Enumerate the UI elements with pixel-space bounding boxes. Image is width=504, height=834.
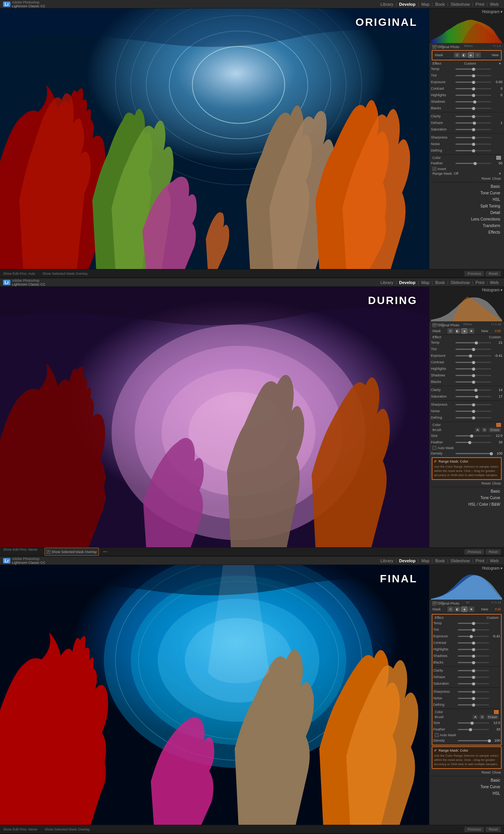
nav-web-d[interactable]: Web (488, 280, 501, 285)
highlights-slider[interactable] (456, 95, 491, 96)
noise-slider[interactable] (456, 144, 491, 145)
previous-btn-f[interactable]: Previous (464, 827, 484, 832)
high-sldr-d[interactable] (456, 368, 491, 369)
previous-btn-orig[interactable]: Previous (464, 271, 484, 276)
shad-sldr-d[interactable] (456, 375, 491, 376)
nav-print[interactable]: Print (473, 2, 487, 7)
module-hsl-d[interactable]: HSL / Color / B&W (431, 501, 502, 508)
module-hsl[interactable]: HSL (431, 196, 502, 203)
nav-slideshow[interactable]: Slideshow (448, 2, 472, 7)
mask-star-f[interactable]: ★ (468, 607, 474, 612)
module-tone-curve[interactable]: Tone Curve (431, 190, 502, 196)
shadows-slider[interactable] (456, 101, 491, 102)
invert-checkbox[interactable]: ✓ (432, 167, 436, 171)
density-sldr-d[interactable] (456, 453, 491, 454)
mask-star-d[interactable]: ★ (468, 328, 474, 334)
previous-btn-d[interactable]: Previous (464, 549, 484, 555)
noise-sldr-f[interactable] (458, 698, 489, 699)
clar-sldr-d[interactable] (456, 389, 491, 391)
temp-sldr-f[interactable] (458, 623, 489, 624)
nav-map-f[interactable]: Map (419, 558, 432, 563)
nav-slideshow-d[interactable]: Slideshow (448, 280, 472, 285)
blk-sldr-d[interactable] (456, 381, 491, 383)
size-sldr-f[interactable] (458, 722, 489, 724)
sat-sldr-d[interactable] (456, 396, 491, 397)
mask-grad-d[interactable]: ◐ (454, 328, 461, 334)
size-sldr-d[interactable] (456, 435, 491, 436)
brush-b-btn[interactable]: B (482, 428, 487, 432)
tint-slider[interactable] (456, 75, 491, 76)
module-basic-d[interactable]: Basic (431, 488, 502, 495)
mask-circle-d[interactable]: ⊙ (447, 328, 454, 334)
blk-sldr-f[interactable] (458, 662, 489, 663)
automask-cb-f[interactable] (435, 733, 439, 737)
mask-col-d[interactable]: ◈ (461, 328, 467, 334)
clarity-slider[interactable] (456, 116, 491, 117)
blacks-slider[interactable] (456, 108, 491, 109)
close-btn-d[interactable]: Close (492, 481, 501, 485)
dehaze-sldr-f[interactable] (458, 677, 489, 678)
cont-sldr-d[interactable] (456, 362, 491, 363)
high-sldr-f[interactable] (458, 649, 489, 650)
nav-library[interactable]: Library (378, 2, 396, 7)
brush-a-btn[interactable]: A (475, 428, 480, 432)
density-sldr-f[interactable] (458, 740, 489, 741)
panel-controls-final[interactable]: ✓ Original Photo Mask ⊙ ◐ ◈ ★ New Edit (429, 600, 504, 825)
nav-library-f[interactable]: Library (378, 558, 396, 563)
color-swatch[interactable] (496, 156, 501, 160)
brush-a-f[interactable]: A (472, 715, 478, 719)
sat-sldr-f[interactable] (458, 683, 489, 684)
shad-sldr-f[interactable] (458, 655, 489, 657)
nav-web-f[interactable]: Web (488, 558, 501, 563)
nav-slideshow-f[interactable]: Slideshow (448, 558, 472, 563)
brush-erase-f[interactable]: Erase (486, 715, 499, 719)
module-detail[interactable]: Detail (431, 209, 502, 216)
cont-sldr-f[interactable] (458, 642, 489, 643)
module-transform[interactable]: Transform (431, 222, 502, 229)
close-btn[interactable]: Close (492, 177, 501, 181)
module-basic-f[interactable]: Basic (431, 777, 502, 784)
module-lens[interactable]: Lens Corrections (431, 216, 502, 222)
nav-book-d[interactable]: Book (433, 280, 447, 285)
range-mask-arrow[interactable]: ▾ (499, 172, 501, 175)
feather-sldr-f[interactable] (458, 729, 489, 730)
module-effects[interactable]: Effects (431, 229, 502, 236)
mask-grad-f[interactable]: ◐ (454, 607, 461, 612)
module-tone-curve-f[interactable]: Tone Curve (431, 784, 502, 790)
clar-sldr-f[interactable] (458, 670, 489, 671)
defring-slider[interactable] (456, 150, 491, 151)
tint-sldr-f[interactable] (458, 629, 489, 630)
module-hsl-f[interactable]: HSL (431, 790, 502, 797)
nav-library-d[interactable]: Library (378, 280, 396, 285)
mask-circle-btn[interactable]: ⊙ (454, 52, 460, 58)
exp-sldr-d[interactable] (456, 355, 491, 356)
panel-controls-during[interactable]: ✓ Original Photo Mask ⊙ ◐ ◈ ★ New Edit (429, 321, 504, 547)
noise-sldr-d[interactable] (456, 411, 491, 412)
nav-print-d[interactable]: Print (473, 280, 487, 285)
module-basic[interactable]: Basic (431, 183, 502, 190)
nav-book[interactable]: Book (433, 2, 447, 7)
color-swatch-d[interactable] (496, 423, 501, 427)
feather-slider[interactable] (456, 163, 491, 164)
overlay-checkbox[interactable]: ✓ (47, 550, 50, 554)
reset-btn-final[interactable]: Reset (486, 827, 501, 832)
sharp-sldr-f[interactable] (458, 691, 489, 692)
panel-controls-original[interactable]: ✓ Original Photo Mask ⊙ ◐ ◈ ○ New (429, 43, 504, 269)
mask-circle-f[interactable]: ⊙ (447, 607, 454, 612)
module-split-toning[interactable]: Split Toning (431, 203, 502, 209)
sharpness-slider[interactable] (456, 137, 491, 138)
nav-web[interactable]: Web (488, 2, 501, 7)
reset-btn[interactable]: Reset (481, 177, 491, 181)
contrast-slider[interactable] (456, 88, 491, 89)
close-btn-f[interactable]: Close (492, 770, 501, 774)
temp-slider[interactable] (456, 69, 491, 70)
sharp-sldr-d[interactable] (456, 404, 491, 405)
defr-sldr-f[interactable] (458, 704, 489, 705)
brush-erase-btn[interactable]: Erase (489, 428, 501, 432)
defr-sldr-d[interactable] (456, 417, 491, 418)
exp-sldr-f[interactable] (458, 636, 489, 637)
nav-map[interactable]: Map (419, 2, 432, 7)
temp-sldr-d[interactable] (456, 342, 491, 343)
exposure-slider[interactable] (456, 82, 491, 83)
mask-col-f[interactable]: ◈ (461, 607, 467, 612)
